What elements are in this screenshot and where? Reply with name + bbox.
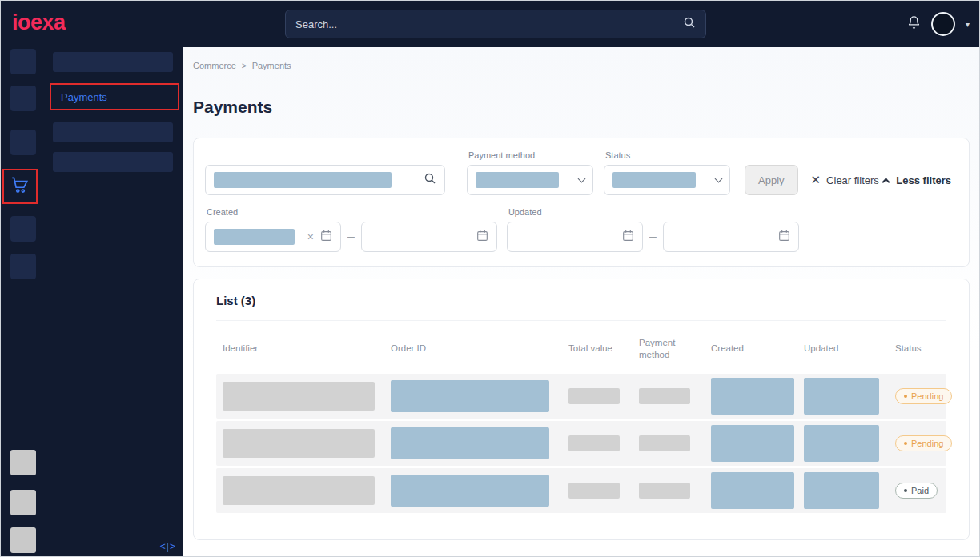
created-date-filter: Created × – bbox=[205, 207, 497, 252]
sidebar-icon-placeholder[interactable] bbox=[10, 527, 36, 553]
main-content: Commerce>Payments Payments Payment metho… bbox=[183, 47, 979, 556]
status-badge: Pending bbox=[895, 435, 952, 451]
status-label: Paid bbox=[911, 486, 929, 495]
column-header-status: Status bbox=[889, 343, 946, 355]
payment-method-select[interactable] bbox=[467, 165, 593, 195]
status-label: Status bbox=[605, 150, 730, 160]
sidebar-icon-placeholder[interactable] bbox=[10, 49, 36, 74]
menu-item-placeholder[interactable] bbox=[53, 122, 173, 142]
column-header-total-value: Total value bbox=[562, 343, 633, 355]
sidebar-icon-placeholder[interactable] bbox=[10, 130, 36, 155]
calendar-icon[interactable] bbox=[476, 230, 488, 245]
calendar-icon[interactable] bbox=[622, 230, 634, 245]
redacted-value bbox=[223, 382, 375, 411]
redacted-value bbox=[639, 388, 690, 404]
status-badge: Pending bbox=[895, 388, 952, 404]
menu-item-placeholder[interactable] bbox=[53, 152, 173, 172]
sidebar-icon-placeholder[interactable] bbox=[10, 254, 36, 279]
sidebar-icon-placeholder[interactable] bbox=[10, 86, 36, 111]
breadcrumb-current: Payments bbox=[252, 61, 291, 70]
app-logo[interactable]: ioexa bbox=[12, 10, 66, 35]
calendar-icon[interactable] bbox=[778, 230, 790, 245]
redacted-value bbox=[711, 472, 794, 509]
global-search-input[interactable] bbox=[295, 18, 683, 30]
icon-sidebar bbox=[1, 47, 46, 556]
redacted-value bbox=[391, 427, 549, 459]
less-filters-label: Less filters bbox=[896, 174, 951, 186]
close-icon: ✕ bbox=[811, 173, 821, 187]
redacted-value bbox=[568, 483, 620, 499]
redacted-value bbox=[214, 172, 392, 188]
menu-item-placeholder[interactable] bbox=[53, 52, 173, 72]
updated-to-input[interactable] bbox=[663, 222, 799, 252]
redacted-value bbox=[612, 172, 696, 188]
redacted-value bbox=[804, 378, 879, 415]
global-search[interactable] bbox=[285, 10, 706, 38]
redacted-value bbox=[223, 476, 375, 505]
search-icon bbox=[424, 172, 436, 188]
chevron-down-icon bbox=[578, 175, 586, 183]
filters-row-2: Created × – bbox=[205, 207, 958, 252]
status-badge: Paid bbox=[895, 483, 938, 499]
breadcrumb-section[interactable]: Commerce bbox=[193, 61, 236, 70]
redacted-value bbox=[804, 472, 879, 509]
status-dot-icon bbox=[904, 395, 907, 398]
bell-icon[interactable] bbox=[907, 15, 921, 33]
topbar: ioexa ▾ bbox=[1, 1, 979, 47]
sidebar-icon-placeholder[interactable] bbox=[10, 450, 36, 475]
clear-filters-button[interactable]: ✕ Clear filters bbox=[811, 165, 879, 195]
calendar-icon[interactable] bbox=[320, 230, 332, 245]
updated-from-input[interactable] bbox=[507, 222, 643, 252]
column-header-identifier: Identifier bbox=[216, 343, 384, 355]
redacted-value bbox=[476, 172, 559, 188]
status-label: Pending bbox=[911, 439, 943, 448]
sidebar-icon-placeholder[interactable] bbox=[10, 490, 36, 515]
created-to-input[interactable] bbox=[361, 222, 497, 252]
status-select[interactable] bbox=[604, 165, 730, 195]
redacted-value bbox=[639, 435, 690, 451]
redacted-value bbox=[711, 378, 794, 415]
redacted-value bbox=[214, 229, 295, 245]
sidebar-icon-placeholder[interactable] bbox=[10, 216, 36, 242]
chevron-down-icon[interactable]: ▾ bbox=[966, 20, 970, 29]
created-label: Created bbox=[207, 207, 497, 217]
redacted-value bbox=[223, 429, 375, 458]
chevron-up-icon bbox=[882, 178, 890, 186]
avatar[interactable] bbox=[931, 12, 955, 36]
apply-button[interactable]: Apply bbox=[745, 165, 798, 195]
redacted-value bbox=[391, 380, 549, 412]
spacer bbox=[598, 163, 599, 195]
payment-method-label: Payment method bbox=[468, 150, 593, 160]
collapse-panel-icon[interactable]: <|> bbox=[160, 541, 176, 552]
clear-filters-label: Clear filters bbox=[826, 174, 879, 186]
redacted-value bbox=[711, 425, 794, 462]
payment-method-filter: Payment method bbox=[467, 150, 593, 195]
app-window: ioexa ▾ bbox=[0, 0, 980, 557]
created-from-input[interactable]: × bbox=[205, 222, 341, 252]
payments-list-card: List (3) Identifier Order ID Total value… bbox=[193, 278, 970, 540]
status-filter: Status bbox=[604, 150, 730, 195]
range-separator: – bbox=[347, 230, 355, 244]
chevron-down-icon bbox=[715, 175, 723, 183]
filters-row-1: Payment method Status Apply ✕ bbox=[205, 150, 958, 195]
table-row[interactable]: Pending bbox=[216, 421, 946, 466]
table-row[interactable]: Paid bbox=[216, 468, 946, 513]
redacted-value bbox=[804, 425, 879, 462]
less-filters-button[interactable]: Less filters bbox=[883, 165, 951, 195]
cart-icon[interactable] bbox=[10, 174, 30, 198]
clear-value-icon[interactable]: × bbox=[307, 231, 314, 242]
redacted-value bbox=[391, 475, 549, 507]
column-header-created: Created bbox=[705, 343, 797, 355]
table-row[interactable]: Pending bbox=[216, 374, 946, 419]
updated-label: Updated bbox=[508, 207, 799, 217]
redacted-value bbox=[568, 388, 620, 404]
status-dot-icon bbox=[904, 489, 907, 492]
menu-item-payments[interactable]: Payments bbox=[61, 91, 107, 103]
search-icon bbox=[683, 16, 696, 32]
filter-search-input[interactable] bbox=[205, 165, 445, 195]
topbar-actions: ▾ bbox=[907, 1, 970, 47]
redacted-value bbox=[639, 483, 690, 499]
column-header-order-id: Order ID bbox=[384, 343, 562, 355]
list-title: List (3) bbox=[216, 294, 946, 321]
filters-card: Payment method Status Apply ✕ bbox=[193, 138, 970, 267]
